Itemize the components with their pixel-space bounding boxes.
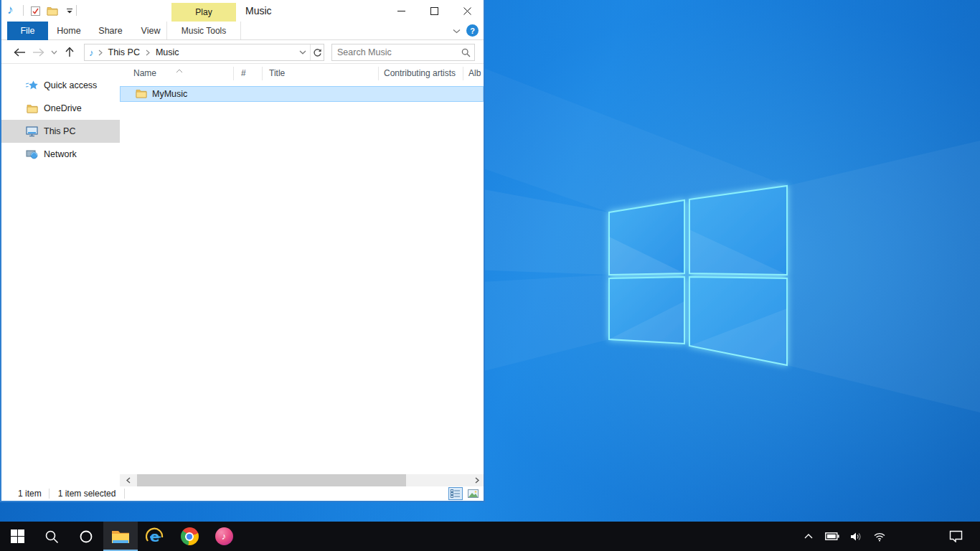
breadcrumb-music[interactable]: Music [153,47,182,57]
search-input[interactable] [332,47,457,57]
column-header-contributing-artists[interactable]: Contributing artists [384,68,456,78]
action-center-button[interactable] [941,522,970,551]
taskbar-search-button[interactable] [34,522,69,551]
titlebar[interactable]: ♪ Play Music [1,0,484,22]
up-icon[interactable] [60,44,79,61]
details-view-button[interactable] [448,487,463,500]
explorer-window: ♪ Play Music [0,0,485,502]
play-tab-label: Play [195,7,212,17]
new-folder-icon[interactable] [46,4,59,17]
selection-count: 1 item selected [50,489,125,499]
divider [76,5,77,16]
start-button[interactable] [0,522,34,551]
file-list-pane: Name # Title Contributing artists Alb My… [120,65,484,486]
main-content: Quick access OneDrive This PC [1,65,484,486]
file-tab-label: File [20,26,34,36]
ribbon-tab-row: File Home Share View Music Tools ? [1,22,484,40]
help-button[interactable]: ? [466,24,479,37]
file-row-mymusic[interactable]: MyMusic [120,86,484,102]
address-dropdown-icon[interactable] [296,44,310,60]
breadcrumb-chevron-icon[interactable] [143,50,153,56]
wifi-icon[interactable] [871,528,888,545]
view-tab-label: View [141,26,161,36]
column-divider[interactable] [233,67,234,80]
minimize-button[interactable] [385,0,418,22]
help-glyph: ? [470,27,475,35]
column-divider[interactable] [378,67,379,80]
sidebar-item-label: Quick access [44,80,97,90]
taskbar-file-explorer-button[interactable] [103,522,138,551]
recent-locations-chevron-icon[interactable] [47,44,60,61]
itunes-button[interactable]: ♪ [207,522,241,551]
tab-play-contextual[interactable]: Play [171,3,236,22]
music-tools-label: Music Tools [182,26,226,36]
breadcrumb-this-pc[interactable]: This PC [105,47,143,57]
chrome-icon [181,527,199,545]
folder-icon [136,88,147,100]
navigation-pane: Quick access OneDrive This PC [1,65,120,486]
sidebar-item-quick-access[interactable]: Quick access [1,74,120,97]
internet-explorer-button[interactable]: e [138,522,172,551]
status-bar: 1 item 1 item selected [1,486,484,501]
onedrive-folder-icon [26,103,38,114]
address-bar[interactable]: ♪ This PC Music [84,44,324,61]
column-divider[interactable] [463,67,463,80]
share-tab-label: Share [98,26,122,36]
divider [23,5,24,16]
column-headers: Name # Title Contributing artists Alb [120,65,484,83]
tab-file[interactable]: File [7,22,48,40]
column-header-name[interactable]: Name [133,68,156,78]
item-count: 1 item [1,489,49,499]
column-header-title[interactable]: Title [269,68,285,78]
sort-ascending-icon [176,65,183,75]
scrollbar-thumb[interactable] [137,474,406,486]
forward-icon[interactable] [29,44,47,61]
itunes-icon: ♪ [215,527,233,545]
cortana-button[interactable] [69,522,103,551]
column-header-number[interactable]: # [241,68,246,78]
taskbar: e ♪ [0,522,980,551]
thumbnail-view-button[interactable] [466,487,480,500]
refresh-icon[interactable] [311,44,324,60]
scroll-right-icon[interactable] [471,474,483,486]
breadcrumb-chevron-icon[interactable] [95,50,105,56]
sidebar-item-label: OneDrive [44,103,82,113]
network-icon [26,149,38,160]
sidebar-item-onedrive[interactable]: OneDrive [1,97,120,120]
customize-qat-dropdown-icon[interactable] [63,4,76,17]
screen: ♪ Play Music [0,0,980,551]
horizontal-scrollbar[interactable] [120,474,484,486]
tab-music-tools[interactable]: Music Tools [166,22,241,39]
file-name: MyMusic [152,89,187,99]
tab-home[interactable]: Home [50,22,88,40]
home-tab-label: Home [57,26,80,36]
volume-icon[interactable] [847,528,864,545]
quick-access-star-icon [26,80,38,91]
sidebar-item-label: This PC [44,126,75,136]
chrome-button[interactable] [172,522,207,551]
expand-ribbon-chevron-icon[interactable] [451,25,462,37]
sidebar-item-label: Network [44,149,77,159]
sidebar-item-this-pc[interactable]: This PC [1,120,120,143]
address-music-note-icon: ♪ [89,47,94,58]
system-tray [800,522,888,551]
scroll-left-icon[interactable] [122,474,134,486]
maximize-button[interactable] [418,0,451,22]
battery-icon[interactable] [824,528,841,545]
app-music-note-icon: ♪ [7,4,19,17]
column-divider[interactable] [262,67,263,80]
back-icon[interactable] [10,44,29,61]
window-title: Music [245,0,272,22]
column-header-album[interactable]: Alb [468,68,481,78]
tab-view[interactable]: View [133,22,168,40]
this-pc-monitor-icon [26,126,38,137]
hidden-icons-chevron-icon[interactable] [800,528,817,545]
close-button[interactable] [451,0,484,22]
tab-share[interactable]: Share [92,22,129,40]
navigation-bar: ♪ This PC Music [1,41,484,64]
properties-icon[interactable] [29,4,42,17]
search-magnifier-icon[interactable] [457,48,474,57]
divider [124,489,125,499]
search-box [331,44,475,61]
sidebar-item-network[interactable]: Network [1,143,120,166]
